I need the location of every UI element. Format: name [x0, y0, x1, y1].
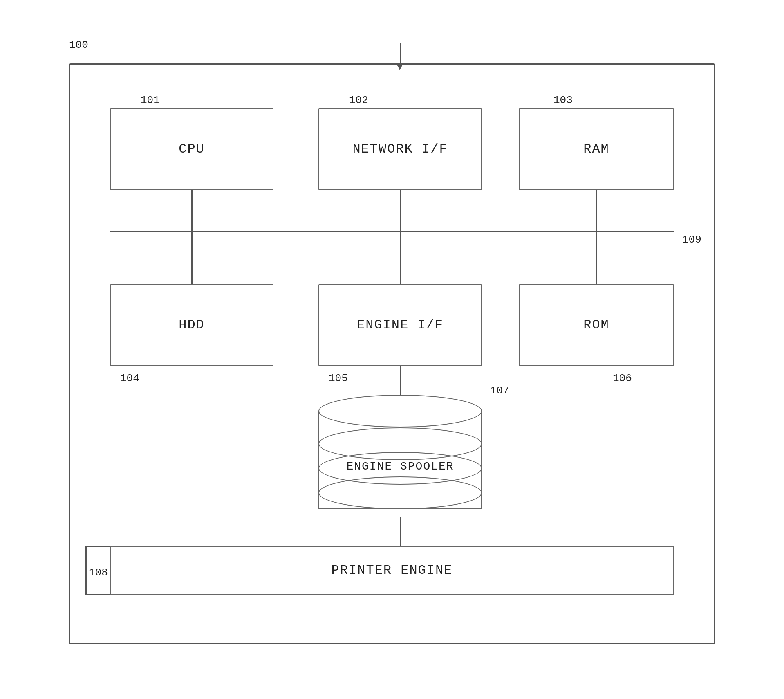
network-if-box: NETWORK I/F: [318, 108, 482, 190]
ref-label-102: 102: [349, 94, 368, 106]
hdd-box: HDD: [110, 284, 273, 366]
diagram-container: 100 CPU 101 NETWORK I/F 102 RAM 103 109 …: [45, 31, 739, 669]
ref-label-105: 105: [329, 372, 348, 384]
network-external-line: [400, 43, 401, 64]
bus-to-rom: [596, 231, 597, 285]
network-if-label: NETWORK I/F: [352, 142, 448, 157]
cpu-box: CPU: [110, 108, 273, 190]
network-arrow-down: [396, 63, 404, 70]
ref-label-109: 109: [682, 234, 701, 246]
ram-box: RAM: [519, 108, 674, 190]
ram-label: RAM: [583, 142, 609, 157]
ref-label-101: 101: [141, 94, 160, 106]
ref-label-104: 104: [120, 372, 139, 384]
printer-engine-label: PRINTER ENGINE: [332, 563, 453, 578]
network-to-bus: [400, 190, 401, 232]
bus-to-hdd: [191, 231, 193, 285]
engine-spooler-cylinder: ENGINE SPOOLER: [318, 395, 482, 517]
ref-label-107: 107: [490, 384, 509, 397]
cylinder-line3: [318, 476, 482, 509]
engine-if-label: ENGINE I/F: [357, 317, 444, 333]
engine-spooler-label: ENGINE SPOOLER: [318, 460, 482, 473]
ref-label-106: 106: [613, 372, 632, 384]
cylinder-top: [318, 395, 482, 427]
printer-engine-box: PRINTER ENGINE: [110, 546, 674, 595]
rom-label: ROM: [583, 317, 609, 333]
spooler-to-printer: [400, 517, 401, 547]
cpu-to-bus: [191, 190, 193, 232]
ref-label-100: 100: [69, 39, 88, 51]
bus-to-engine-if: [400, 231, 401, 285]
cpu-label: CPU: [179, 142, 205, 157]
ram-to-bus: [596, 190, 597, 232]
rom-box: ROM: [519, 284, 674, 366]
hdd-label: HDD: [179, 317, 205, 333]
ref-label-108: 108: [89, 566, 108, 579]
bus-line-horizontal: [110, 231, 674, 232]
engine-if-box: ENGINE I/F: [318, 284, 482, 366]
ref-label-103: 103: [553, 94, 573, 106]
